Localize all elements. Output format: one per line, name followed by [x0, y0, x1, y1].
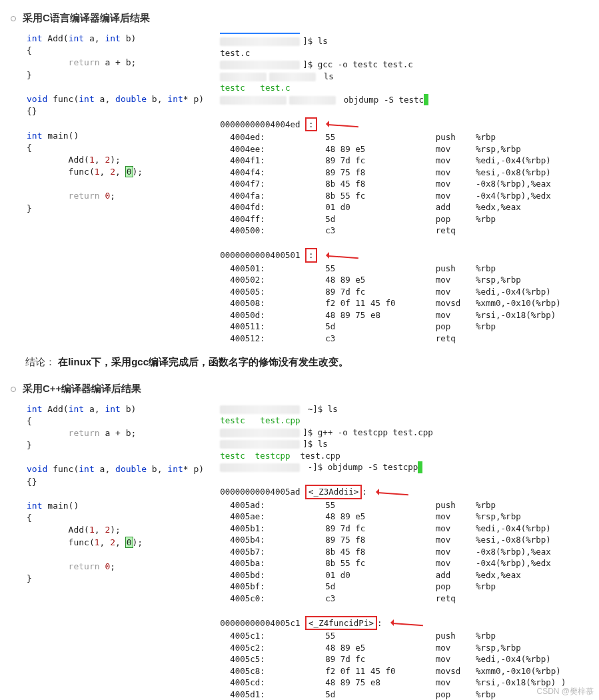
cpp-term-header: ~]$ ls testc test.cpp ]$ g++ -o testcpp … — [220, 403, 566, 473]
c-conclusion: 结论： 在linux下，采用gcc编译完成后，函数名字的修饰没有发生改变。 — [25, 353, 572, 371]
terminal-cursor-icon — [418, 461, 422, 473]
conclusion-label: 结论： — [25, 356, 55, 367]
cpp-green2: testc testcpp — [220, 451, 290, 461]
c-ls1: ]$ ls — [302, 36, 328, 46]
c-ls2: ls — [318, 71, 334, 81]
cpp-ls2: ]$ ls — [302, 439, 328, 449]
c-terminal-block: ]$ ls test.c ]$ gcc -o testc test.c ls t… — [220, 33, 566, 344]
terminal-cursor-icon — [424, 94, 428, 106]
cpp-green1: testc test.cpp — [220, 415, 300, 425]
bullet-icon — [11, 387, 16, 392]
cpp-terminal-block: ~]$ ls testc test.cpp ]$ g++ -o testcpp … — [220, 403, 566, 701]
section-cpp-title: 采用C++编译器编译后结果 — [23, 383, 141, 395]
cpp-source-code: int Add(int a, int b) { return a + b; } … — [27, 403, 204, 585]
cpp-ls1: ~]$ ls — [302, 404, 338, 414]
section-c-figure: int Add(int a, int b) { return a + b; } … — [27, 33, 599, 344]
cyan-topline — [220, 33, 300, 34]
cpp-ls2-tail: test.cpp — [291, 451, 340, 461]
cpp-gpp: ]$ g++ -o testcpp test.cpp — [302, 427, 433, 437]
cpp-disasm: 00000000004005ad <_Z3Addii>: 4005ad: 55 … — [220, 473, 566, 701]
section-cpp-header: 采用C++编译器编译后结果 — [11, 383, 599, 395]
c-testc-green: testc test.c — [220, 83, 290, 93]
c-objdump: objdump -S testc — [338, 95, 424, 105]
c-term-header: ]$ ls test.c ]$ gcc -o testc test.c ls t… — [220, 35, 566, 105]
section-c-title: 采用C语言编译器编译后结果 — [23, 12, 150, 25]
conclusion-text: 在linux下，采用gcc编译完成后，函数名字的修饰没有发生改变。 — [58, 356, 348, 367]
bullet-icon — [11, 16, 16, 21]
c-gcc: ]$ gcc -o testc test.c — [302, 59, 413, 69]
section-c-header: 采用C语言编译器编译后结果 — [11, 12, 599, 25]
c-source-code: int Add(int a, int b) { return a + b; } … — [27, 33, 204, 215]
cpp-objdump: -]$ objdump -S testcpp — [302, 462, 418, 472]
section-cpp-figure: int Add(int a, int b) { return a + b; } … — [27, 403, 599, 701]
c-testc-line: test.c — [220, 48, 250, 58]
c-disasm: 00000000004004ed : 4004ed: 55 push %rbp … — [220, 105, 566, 344]
